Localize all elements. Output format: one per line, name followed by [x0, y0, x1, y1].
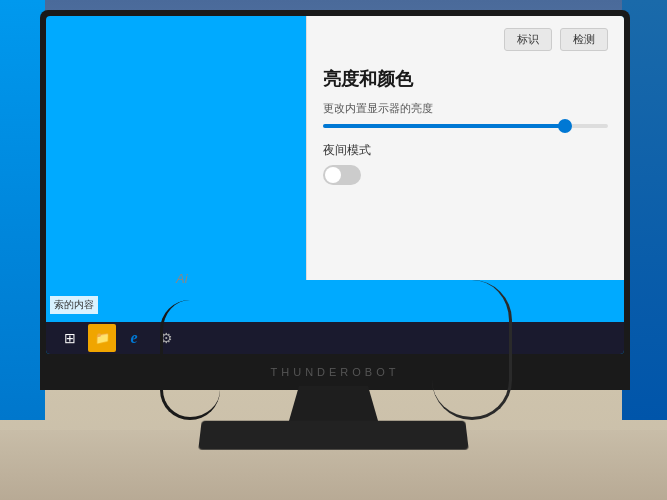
monitor-brand-text: THUNDEROBOT — [271, 366, 400, 378]
detect-button[interactable]: 检测 — [560, 28, 608, 51]
cable-left — [160, 300, 220, 420]
night-mode-toggle[interactable] — [323, 165, 361, 185]
left-background-strip — [0, 0, 45, 420]
settings-title: 亮度和颜色 — [323, 67, 608, 91]
monitor-stand-base — [198, 421, 469, 450]
taskbar-grid-icon[interactable]: ⊞ — [56, 324, 84, 352]
settings-top-buttons: 标识 检测 — [323, 28, 608, 51]
settings-panel: 标识 检测 亮度和颜色 更改内置显示器的亮度 夜间模式 — [306, 16, 624, 280]
brightness-slider-thumb[interactable] — [558, 119, 572, 133]
taskbar-file-explorer-icon[interactable]: 📁 — [88, 324, 116, 352]
cable-right — [432, 280, 512, 420]
monitor-bezel: 索的内容 Ai 标识 检测 亮度和颜色 更改内置显示器的亮度 — [46, 16, 624, 354]
screen-content: 索的内容 Ai 标识 检测 亮度和颜色 更改内置显示器的亮度 — [46, 16, 624, 354]
ai-watermark-text: Ai — [176, 271, 188, 286]
identify-button[interactable]: 标识 — [504, 28, 552, 51]
screen-left-content: 索的内容 — [50, 296, 98, 314]
night-mode-label: 夜间模式 — [323, 142, 608, 159]
taskbar-ie-icon[interactable]: e — [120, 324, 148, 352]
brightness-slider[interactable] — [323, 124, 608, 128]
brightness-label: 更改内置显示器的亮度 — [323, 101, 608, 116]
taskbar: ⊞ 📁 e ⚙ — [46, 322, 624, 354]
monitor-shell: 索的内容 Ai 标识 检测 亮度和颜色 更改内置显示器的亮度 — [40, 10, 630, 390]
brightness-slider-fill — [323, 124, 565, 128]
